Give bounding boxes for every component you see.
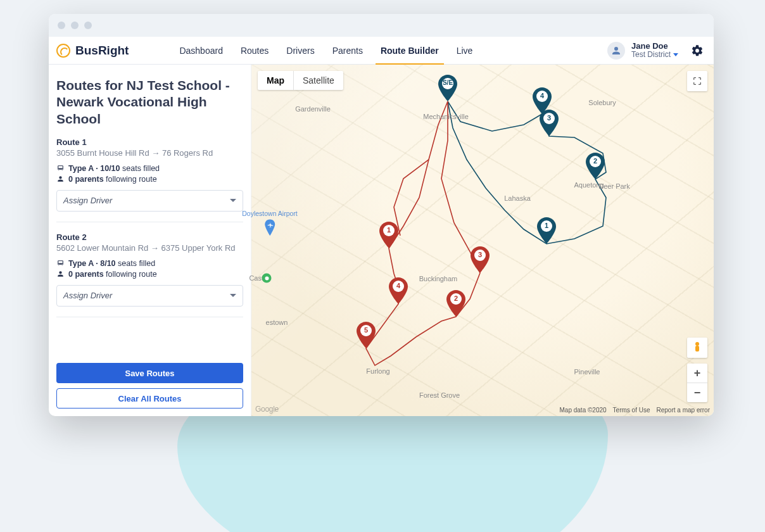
map-attribution: Map data ©2020 Terms of Use Report a map… [560,407,710,414]
map-type-map[interactable]: Map [258,71,293,90]
zoom-out-button[interactable]: − [687,383,707,402]
route-seats: Type A · 10/10 seats filled [56,164,243,173]
map-pin[interactable]: 1 [537,217,556,244]
map-place-label: Gardenville [295,105,331,113]
poi-castle-dot [262,274,272,283]
fullscreen-button[interactable] [687,71,707,91]
airport-label: Doylestown Airport [242,210,298,218]
nav-item-dashboard[interactable]: Dashboard [179,37,223,65]
map-pin[interactable]: 1 [379,222,398,248]
attrib-terms[interactable]: Terms of Use [613,407,650,414]
zoom-in-button[interactable]: + [687,364,707,383]
user-icon [610,45,622,56]
airport-pin-icon [264,219,275,236]
pegman-icon [693,341,702,354]
window-control-close[interactable] [58,22,65,29]
map-pane[interactable]: GardenvilleMechanicsvilleSoleburyAqueton… [251,65,714,416]
map-place-label: Forest Grove [419,391,460,399]
clear-routes-button[interactable]: Clear All Routes [56,388,243,408]
map-place-label: Pineville [574,368,600,376]
route-card: Route 25602 Lower Mountain Rd → 6375 Upp… [56,232,243,317]
app-header: BusRight DashboardRoutesDriversParentsRo… [49,37,714,65]
avatar [607,42,625,60]
map-place-label: Buckingham [419,275,458,282]
map-place-label: Furlong [366,367,389,375]
map-type-satellite[interactable]: Satellite [294,71,343,90]
brand-mark-icon [56,44,70,58]
svg-point-10 [695,342,699,346]
sidebar-actions: Save Routes Clear All Routes [56,363,243,408]
map-place-label: Deer Park [598,182,630,190]
map-pin[interactable]: 5 [357,322,376,348]
map-pin-label: 4 [396,282,400,289]
person-icon [56,175,65,183]
map-pin-label: S/E [443,79,453,86]
route-parents: 0 parents following route [56,175,243,184]
nav-item-route-builder[interactable]: Route Builder [381,37,439,65]
window-titlebar [49,14,714,37]
bus-icon [56,164,65,172]
nav-item-live[interactable]: Live [457,37,473,65]
fullscreen-icon [692,76,702,86]
map-pin[interactable]: 2 [586,153,605,179]
map-pin-label: 4 [540,92,544,99]
map-pin-label: 1 [387,226,391,234]
main-nav: DashboardRoutesDriversParentsRoute Build… [179,37,472,65]
map-pin-label: 2 [593,157,597,165]
map-pin-label: 3 [547,114,551,122]
map-pin-label: 5 [364,326,368,334]
app-window: BusRight DashboardRoutesDriversParentsRo… [49,14,714,416]
route-name: Route 1 [56,137,243,147]
nav-item-drivers[interactable]: Drivers [286,37,314,65]
assign-driver-placeholder: Assign Driver [63,196,112,205]
map-pin[interactable]: 3 [471,246,490,273]
nav-item-parents[interactable]: Parents [332,37,363,65]
route-card: Route 13055 Burnt House Hill Rd → 76 Rog… [56,137,243,222]
route-seats: Type A · 8/10 seats filled [56,259,243,268]
zoom-control: + − [687,364,707,402]
attrib-report[interactable]: Report a map error [657,407,710,414]
assign-driver-placeholder: Assign Driver [63,291,112,300]
gear-icon[interactable] [691,44,704,57]
user-district[interactable]: Test District [631,51,678,59]
svg-rect-11 [695,346,699,352]
save-routes-button[interactable]: Save Routes [56,363,243,383]
route-path: 3055 Burnt House Hill Rd → 76 Rogers Rd [56,148,243,158]
map-pin-label: 3 [478,251,482,258]
attrib-data: Map data ©2020 [560,407,607,414]
route-name: Route 2 [56,232,243,242]
map-pin[interactable]: 4 [389,277,408,304]
sidebar: Routes for NJ Test School - Newark Vocat… [49,65,251,416]
person-icon [56,270,65,278]
brand-name: BusRight [75,44,129,58]
window-control-zoom[interactable] [84,22,92,29]
map-pin-label: 1 [545,222,548,229]
airport-marker: Doylestown Airport [242,210,298,236]
map-pin-label: 2 [454,294,458,302]
assign-driver-select[interactable]: Assign Driver [56,190,243,212]
user-info: Jane Doe Test District [631,42,678,59]
map-pin[interactable]: S/E [438,75,457,101]
bus-icon [56,259,65,267]
assign-driver-select[interactable]: Assign Driver [56,285,243,307]
sidebar-title: Routes for NJ Test School - Newark Vocat… [56,77,243,127]
user-menu[interactable]: Jane Doe Test District [607,42,704,60]
chevron-down-icon [230,199,236,202]
content-area: Routes for NJ Test School - Newark Vocat… [49,65,714,416]
map-place-label: Mechanicsville [423,113,469,120]
chevron-down-icon [673,53,678,56]
route-path: 5602 Lower Mountain Rd → 6375 Upper York… [56,243,243,253]
google-logo: Google [255,405,279,414]
window-control-minimize[interactable] [71,22,79,29]
chevron-down-icon [230,294,236,297]
map-type-switch: Map Satellite [258,71,343,90]
map-place-label: estown [266,319,288,326]
user-name: Jane Doe [631,42,678,51]
map-pin[interactable]: 4 [533,87,552,114]
map-background [251,65,714,416]
streetview-pegman[interactable] [687,338,707,358]
route-parents: 0 parents following route [56,270,243,279]
brand-logo[interactable]: BusRight [56,44,129,58]
nav-item-routes[interactable]: Routes [241,37,269,65]
map-pin[interactable]: 2 [446,290,465,317]
